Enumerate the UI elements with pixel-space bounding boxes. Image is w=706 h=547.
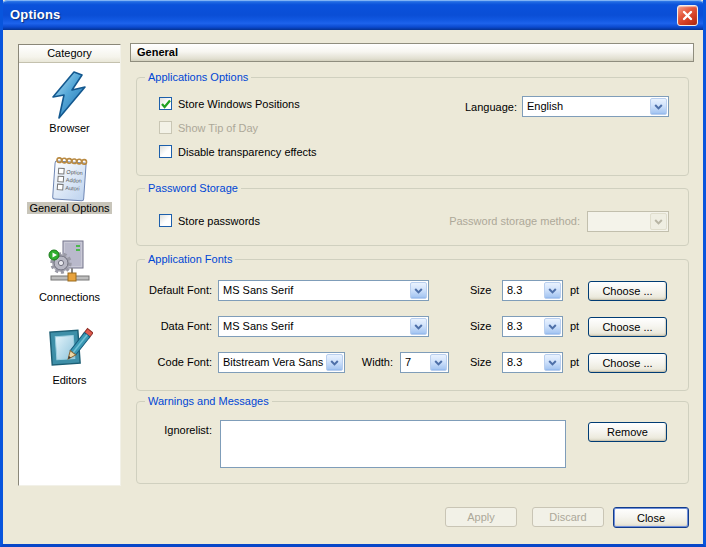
chevron-down-icon[interactable]	[410, 282, 427, 299]
chevron-down-icon[interactable]	[544, 354, 561, 371]
group-title: Applications Options	[145, 71, 251, 83]
dialog-body: Category Browser	[3, 30, 703, 544]
svg-text:Addon: Addon	[65, 177, 81, 184]
size-label: Size	[470, 284, 491, 296]
choose-default-font-button[interactable]: Choose ...	[588, 281, 667, 301]
options-dialog: Options Category Browser	[0, 0, 706, 547]
apply-button: Apply	[445, 507, 517, 527]
close-button-footer[interactable]: Close	[613, 507, 689, 528]
group-title: Password Storage	[145, 182, 241, 194]
category-sidebar: Category Browser	[18, 44, 121, 486]
pt-unit-label: pt	[570, 284, 579, 296]
category-header: Category	[19, 45, 120, 63]
window-title: Options	[10, 7, 61, 22]
check-icon	[160, 99, 172, 110]
sidebar-label-general-options[interactable]: General Options	[19, 202, 120, 214]
checkbox-label-show-tip-of-day: Show Tip of Day	[178, 122, 258, 134]
code-font-select[interactable]: Bitstream Vera Sans Mono	[218, 352, 345, 373]
page-title: General	[130, 43, 694, 62]
group-title: Application Fonts	[145, 253, 235, 265]
language-label: Language:	[440, 101, 517, 113]
chevron-down-icon[interactable]	[544, 318, 561, 335]
sidebar-label-connections[interactable]: Connections	[19, 291, 120, 303]
svg-text:Option: Option	[66, 169, 83, 176]
checkbox-disable-transparency[interactable]	[159, 145, 172, 158]
default-font-label: Default Font:	[130, 284, 212, 296]
code-font-width-select[interactable]: 7	[400, 352, 449, 373]
size-label: Size	[470, 320, 491, 332]
group-title: Warnings and Messages	[145, 395, 272, 407]
checkbox-label-store-passwords[interactable]: Store passwords	[178, 215, 260, 227]
code-font-size-select[interactable]: 8.3	[502, 352, 563, 373]
size-label: Size	[470, 356, 491, 368]
checkbox-label-store-windows-positions[interactable]: Store Windows Positions	[178, 98, 300, 110]
browser-lightning-icon	[47, 71, 93, 119]
chevron-down-icon	[650, 213, 667, 230]
discard-button: Discard	[532, 507, 604, 527]
sidebar-item-general-options[interactable]: Option Addon Autori	[19, 155, 120, 207]
password-method-select	[587, 211, 669, 232]
sidebar-label-browser[interactable]: Browser	[19, 122, 120, 134]
checkbox-show-tip-of-day	[159, 121, 172, 134]
ignorelist-listbox[interactable]	[220, 420, 566, 468]
checkbox-store-windows-positions[interactable]	[159, 97, 172, 110]
sidebar-item-browser[interactable]	[19, 71, 120, 123]
width-label: Width:	[353, 356, 393, 368]
chevron-down-icon[interactable]	[650, 98, 667, 115]
pt-unit-label: pt	[570, 356, 579, 368]
svg-text:Autori: Autori	[65, 185, 80, 192]
close-button[interactable]	[677, 5, 698, 26]
choose-code-font-button[interactable]: Choose ...	[588, 353, 667, 373]
chevron-down-icon[interactable]	[430, 354, 447, 371]
default-font-size-select[interactable]: 8.3	[502, 280, 563, 301]
remove-button[interactable]: Remove	[588, 422, 667, 442]
chevron-down-icon[interactable]	[410, 318, 427, 335]
ignorelist-label: Ignorelist:	[130, 424, 212, 436]
data-font-label: Data Font:	[130, 320, 212, 332]
network-computer-icon	[45, 238, 95, 288]
sidebar-item-editors[interactable]	[19, 323, 120, 373]
choose-data-font-button[interactable]: Choose ...	[588, 317, 667, 337]
password-method-label: Password storage method:	[380, 215, 580, 227]
code-font-label: Code Font:	[130, 356, 212, 368]
data-font-select[interactable]: MS Sans Serif	[218, 316, 429, 337]
notepad-checklist-icon: Option Addon Autori	[47, 155, 93, 203]
titlebar[interactable]: Options	[0, 0, 706, 30]
sidebar-item-connections[interactable]	[19, 238, 120, 292]
chevron-down-icon[interactable]	[544, 282, 561, 299]
checkbox-store-passwords[interactable]	[159, 214, 172, 227]
data-font-size-select[interactable]: 8.3	[502, 316, 563, 337]
editor-pencil-icon	[47, 323, 93, 369]
sidebar-label-editors[interactable]: Editors	[19, 374, 120, 386]
checkbox-label-disable-transparency[interactable]: Disable transparency effects	[178, 146, 317, 158]
language-select[interactable]: English	[522, 96, 669, 117]
pt-unit-label: pt	[570, 320, 579, 332]
default-font-select[interactable]: MS Sans Serif	[218, 280, 429, 301]
chevron-down-icon[interactable]	[326, 354, 343, 371]
close-icon	[682, 10, 693, 21]
